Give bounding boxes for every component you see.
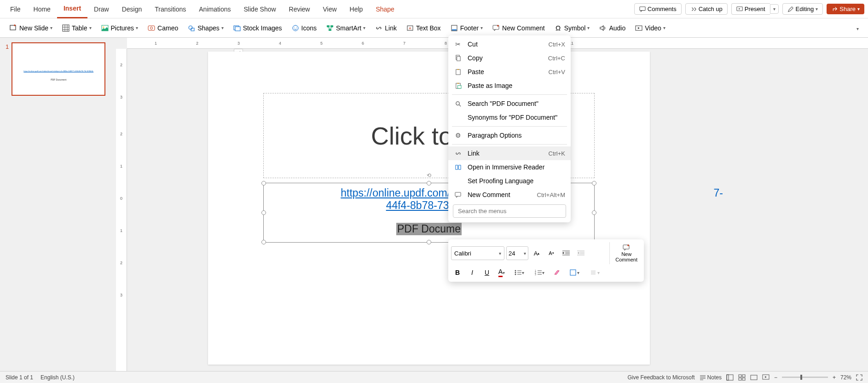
resize-handle[interactable]: [261, 210, 266, 215]
tab-help[interactable]: Help: [343, 0, 370, 18]
tab-animations[interactable]: Animations: [192, 0, 237, 18]
table-icon: [62, 24, 70, 32]
resize-handle[interactable]: [261, 181, 266, 186]
view-normal-button[interactable]: [726, 374, 734, 381]
tab-shape[interactable]: Shape: [369, 0, 400, 18]
pictures-button[interactable]: Pictures ▾: [97, 22, 142, 34]
zoom-out-button[interactable]: −: [774, 374, 777, 381]
tab-view[interactable]: View: [316, 0, 343, 18]
present-dropdown[interactable]: ▾: [770, 4, 779, 14]
grow-font-button[interactable]: A▴: [530, 247, 543, 260]
menu-search-input[interactable]: [453, 204, 566, 218]
tab-insert[interactable]: Insert: [57, 0, 87, 18]
zoom-thumb[interactable]: [800, 375, 802, 380]
insert-ribbon: New Slide ▾ Table ▾ Pictures ▾ Cameo Sha…: [0, 18, 868, 38]
tab-home[interactable]: Home: [27, 0, 57, 18]
textbox-label: Text Box: [416, 24, 441, 32]
textbox-button[interactable]: A Text Box: [402, 22, 445, 34]
cameo-button[interactable]: Cameo: [144, 22, 182, 34]
slide-info[interactable]: Slide 1 of 1: [6, 374, 33, 381]
tab-transitions[interactable]: Transitions: [148, 0, 192, 18]
resize-handle[interactable]: [261, 240, 266, 244]
ribbon-overflow[interactable]: ▾: [853, 22, 862, 34]
ctx-synonyms[interactable]: Synonyms for "PDF Document": [448, 110, 571, 124]
ctx-paste-image[interactable]: Paste as Image: [448, 79, 571, 93]
styles-button[interactable]: ▾: [565, 266, 584, 279]
ctx-copy[interactable]: Copy Ctrl+C: [448, 51, 571, 65]
tab-slideshow[interactable]: Slide Show: [237, 0, 283, 18]
ruler-tick: 2: [120, 261, 122, 265]
symbol-button[interactable]: Ω Symbol ▾: [550, 22, 594, 34]
link-button[interactable]: Link: [371, 22, 400, 34]
new-slide-button[interactable]: New Slide ▾: [6, 22, 56, 34]
view-sorter-button[interactable]: [738, 374, 746, 381]
fit-to-window-button[interactable]: [856, 374, 862, 381]
smartart-button[interactable]: SmartArt ▾: [322, 22, 369, 34]
ctx-paste[interactable]: Paste Ctrl+V: [448, 65, 571, 79]
editing-button[interactable]: Editing ▾: [782, 3, 823, 15]
fill-button[interactable]: ▾: [585, 266, 604, 279]
tab-design[interactable]: Design: [116, 0, 149, 18]
present-button[interactable]: Present: [731, 3, 770, 15]
ctx-new-comment[interactable]: New Comment Ctrl+Alt+M: [448, 188, 571, 202]
notes-button[interactable]: Notes: [700, 374, 722, 381]
view-slideshow-button[interactable]: [762, 374, 770, 381]
resize-handle[interactable]: [427, 240, 431, 244]
feedback-button[interactable]: Give Feedback to Microsoft: [628, 374, 695, 381]
increase-indent-button[interactable]: [574, 247, 587, 260]
slide-panel[interactable]: 1 https://online.updf.com/index/share/en…: [0, 38, 116, 371]
resize-handle[interactable]: [592, 210, 596, 215]
decrease-indent-button[interactable]: [560, 247, 573, 260]
italic-button[interactable]: I: [466, 266, 479, 279]
stock-images-button[interactable]: Stock Images: [229, 22, 286, 34]
bold-button[interactable]: B: [451, 266, 464, 279]
ctx-search[interactable]: Search "PDF Document": [448, 97, 571, 110]
zoom-level[interactable]: 72%: [840, 374, 851, 381]
share-button[interactable]: Share ▾: [827, 4, 864, 14]
comments-button[interactable]: Comments: [634, 3, 682, 15]
bullets-button[interactable]: ▾: [510, 266, 528, 279]
mini-new-comment[interactable]: New Comment: [609, 242, 641, 264]
ctx-proofing[interactable]: Set Proofing Language: [448, 174, 571, 188]
zoom-slider[interactable]: [782, 377, 828, 378]
clear-formatting-button[interactable]: [550, 266, 563, 279]
cameo-label: Cameo: [157, 24, 178, 32]
ctx-link[interactable]: Link Ctrl+K: [448, 146, 571, 160]
new-comment-button[interactable]: New Comment: [488, 22, 549, 34]
tab-draw[interactable]: Draw: [87, 0, 116, 18]
font-color-button[interactable]: A▾: [495, 266, 508, 279]
resize-handle[interactable]: [427, 181, 431, 186]
catchup-button[interactable]: Catch up: [685, 3, 728, 15]
zoom-in-button[interactable]: +: [833, 374, 836, 381]
svg-point-32: [515, 270, 516, 272]
resize-handle[interactable]: [592, 181, 596, 186]
rotate-handle[interactable]: ⟲: [427, 172, 431, 179]
ctx-immersive[interactable]: Open in Immersive Reader: [448, 160, 571, 174]
video-button[interactable]: Video ▾: [631, 22, 669, 34]
icons-button[interactable]: Icons: [288, 22, 320, 34]
table-button[interactable]: Table ▾: [58, 22, 95, 34]
ctx-cut[interactable]: ✂ Cut Ctrl+X: [448, 37, 571, 51]
ctx-cut-label: Cut: [468, 41, 543, 48]
slide-canvas[interactable]: Click to ad ⟲ https://online.updf.com/in…: [208, 52, 650, 365]
ctx-search-box: [453, 204, 566, 218]
tab-review[interactable]: Review: [283, 0, 317, 18]
slide-thumbnail-1[interactable]: https://online.updf.com/index/share/en/o…: [12, 42, 105, 96]
footer-button[interactable]: Footer ▾: [446, 22, 486, 34]
svg-rect-0: [640, 6, 645, 10]
ctx-proofing-label: Set Proofing Language: [468, 177, 565, 185]
audio-button[interactable]: Audio: [595, 22, 629, 34]
numbering-button[interactable]: 123▾: [530, 266, 549, 279]
underline-button[interactable]: U: [480, 266, 493, 279]
font-selector[interactable]: Calibri ▾: [451, 246, 504, 260]
language-status[interactable]: English (U.S.): [41, 374, 75, 381]
selected-text[interactable]: PDF Docume: [396, 223, 462, 235]
shrink-font-button[interactable]: A▾: [545, 247, 558, 260]
shapes-button[interactable]: Shapes ▾: [184, 22, 227, 34]
ctx-paragraph[interactable]: ⚙ Paragraph Options: [448, 128, 571, 142]
ruler-tick: 1: [120, 228, 122, 233]
font-size-selector[interactable]: 24 ▾: [506, 246, 528, 260]
tab-file[interactable]: File: [4, 0, 27, 18]
view-reading-button[interactable]: [750, 374, 758, 381]
font-name: Calibri: [454, 250, 471, 257]
